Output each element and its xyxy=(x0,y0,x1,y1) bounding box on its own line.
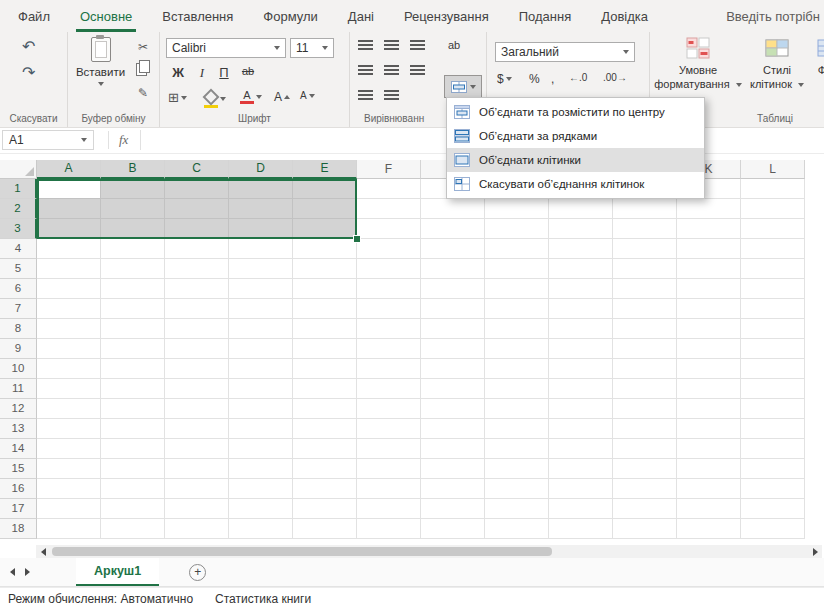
cell-G18[interactable] xyxy=(421,519,485,539)
cell-F13[interactable] xyxy=(357,419,421,439)
font-color-button[interactable]: А xyxy=(240,90,262,104)
cell-F18[interactable] xyxy=(357,519,421,539)
cell-C13[interactable] xyxy=(165,419,229,439)
cell-J9[interactable] xyxy=(613,339,677,359)
row-header-6[interactable]: 6 xyxy=(0,279,37,299)
cell-H14[interactable] xyxy=(485,439,549,459)
cell-F14[interactable] xyxy=(357,439,421,459)
cell-B1[interactable] xyxy=(101,179,165,199)
decrease-indent-icon[interactable] xyxy=(358,90,373,100)
paste-button[interactable]: Вставити xyxy=(73,37,128,113)
cell-I4[interactable] xyxy=(549,239,613,259)
cell-B15[interactable] xyxy=(101,459,165,479)
format-as-table-button[interactable]: Фо xyxy=(810,37,824,78)
cell-E3[interactable] xyxy=(293,219,357,239)
cell-J14[interactable] xyxy=(613,439,677,459)
cell-D9[interactable] xyxy=(229,339,293,359)
cell-C7[interactable] xyxy=(165,299,229,319)
cell-H18[interactable] xyxy=(485,519,549,539)
column-header-L[interactable]: L xyxy=(741,160,805,179)
tell-me-search-input[interactable]: Введіть потрібн xyxy=(726,0,820,32)
cell-D8[interactable] xyxy=(229,319,293,339)
cell-J3[interactable] xyxy=(613,219,677,239)
cell-G4[interactable] xyxy=(421,239,485,259)
cell-G17[interactable] xyxy=(421,499,485,519)
cell-A2[interactable] xyxy=(37,199,101,219)
cell-B12[interactable] xyxy=(101,399,165,419)
cell-I8[interactable] xyxy=(549,319,613,339)
cell-L12[interactable] xyxy=(741,399,805,419)
cell-A13[interactable] xyxy=(37,419,101,439)
row-header-9[interactable]: 9 xyxy=(0,339,37,359)
cell-C14[interactable] xyxy=(165,439,229,459)
cell-L9[interactable] xyxy=(741,339,805,359)
cell-I18[interactable] xyxy=(549,519,613,539)
row-header-10[interactable]: 10 xyxy=(0,359,37,379)
row-header-4[interactable]: 4 xyxy=(0,239,37,259)
cell-F15[interactable] xyxy=(357,459,421,479)
row-header-1[interactable]: 1 xyxy=(0,179,37,199)
cell-D15[interactable] xyxy=(229,459,293,479)
tab-insert[interactable]: Вставлення xyxy=(162,0,233,32)
bold-button[interactable]: Ж xyxy=(168,65,188,80)
align-top-icon[interactable] xyxy=(358,40,373,50)
cell-G16[interactable] xyxy=(421,479,485,499)
tab-formulas[interactable]: Формули xyxy=(263,0,318,32)
cell-H15[interactable] xyxy=(485,459,549,479)
select-all-corner[interactable] xyxy=(0,160,37,179)
row-header-2[interactable]: 2 xyxy=(0,199,37,219)
cell-A3[interactable] xyxy=(37,219,101,239)
cell-G5[interactable] xyxy=(421,259,485,279)
cell-D13[interactable] xyxy=(229,419,293,439)
cell-D10[interactable] xyxy=(229,359,293,379)
cell-E8[interactable] xyxy=(293,319,357,339)
cell-D2[interactable] xyxy=(229,199,293,219)
cell-G13[interactable] xyxy=(421,419,485,439)
cell-I2[interactable] xyxy=(549,199,613,219)
cell-B18[interactable] xyxy=(101,519,165,539)
cell-J4[interactable] xyxy=(613,239,677,259)
sheet-tab-arkush1[interactable]: Аркуш1 xyxy=(76,558,159,586)
cell-A6[interactable] xyxy=(37,279,101,299)
grow-font-button[interactable]: А xyxy=(274,90,290,104)
cell-L17[interactable] xyxy=(741,499,805,519)
cell-I17[interactable] xyxy=(549,499,613,519)
cell-E2[interactable] xyxy=(293,199,357,219)
conditional-formatting-button[interactable]: Умовне форматування xyxy=(652,37,744,92)
cell-E17[interactable] xyxy=(293,499,357,519)
cell-K16[interactable] xyxy=(677,479,741,499)
cell-H7[interactable] xyxy=(485,299,549,319)
cell-E4[interactable] xyxy=(293,239,357,259)
cell-C3[interactable] xyxy=(165,219,229,239)
wrap-text-button[interactable]: ab xyxy=(448,39,460,51)
cell-E5[interactable] xyxy=(293,259,357,279)
cell-G6[interactable] xyxy=(421,279,485,299)
cell-I16[interactable] xyxy=(549,479,613,499)
cell-H12[interactable] xyxy=(485,399,549,419)
cell-F1[interactable] xyxy=(357,179,421,199)
cell-L5[interactable] xyxy=(741,259,805,279)
cell-G2[interactable] xyxy=(421,199,485,219)
cell-E6[interactable] xyxy=(293,279,357,299)
cell-K8[interactable] xyxy=(677,319,741,339)
row-header-14[interactable]: 14 xyxy=(0,439,37,459)
cell-D14[interactable] xyxy=(229,439,293,459)
cell-E11[interactable] xyxy=(293,379,357,399)
cell-C16[interactable] xyxy=(165,479,229,499)
cell-G10[interactable] xyxy=(421,359,485,379)
insert-function-icon[interactable]: fx xyxy=(119,132,128,148)
cell-K14[interactable] xyxy=(677,439,741,459)
cell-H6[interactable] xyxy=(485,279,549,299)
cell-H17[interactable] xyxy=(485,499,549,519)
cell-C9[interactable] xyxy=(165,339,229,359)
cell-I5[interactable] xyxy=(549,259,613,279)
add-sheet-button[interactable]: + xyxy=(189,564,206,581)
cell-G3[interactable] xyxy=(421,219,485,239)
cell-H11[interactable] xyxy=(485,379,549,399)
cell-K6[interactable] xyxy=(677,279,741,299)
cell-B17[interactable] xyxy=(101,499,165,519)
menu-item-merge-across[interactable]: Об’єднати за рядками xyxy=(447,124,704,148)
decrease-decimal-button[interactable]: .00→ xyxy=(603,72,627,83)
cell-A17[interactable] xyxy=(37,499,101,519)
cell-H2[interactable] xyxy=(485,199,549,219)
